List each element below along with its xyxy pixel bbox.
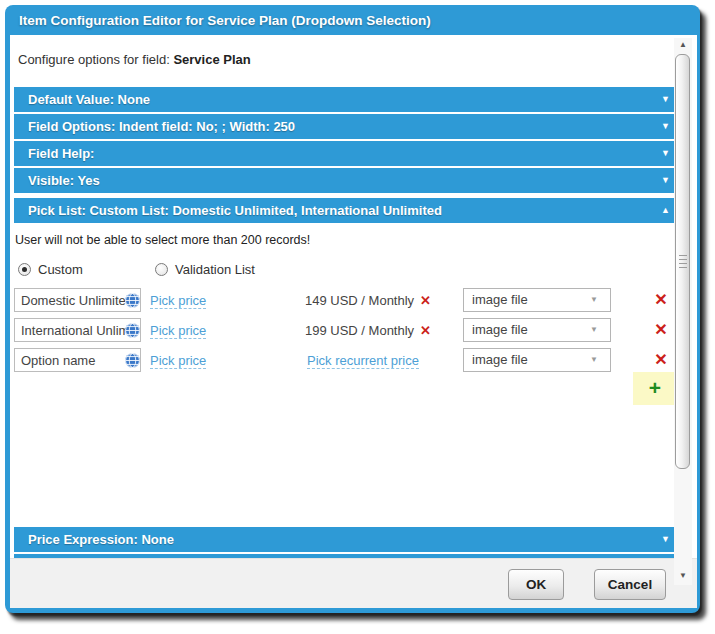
dropdown-arrow-icon: ▼ <box>590 319 598 341</box>
price-text: 149 USD / Monthly <box>305 293 414 308</box>
globe-icon[interactable] <box>124 322 141 339</box>
dropdown-arrow-icon: ▼ <box>590 289 598 311</box>
chevron-down-icon: ▼ <box>661 527 670 552</box>
option-row: Pick price 149 USD / Monthly✕ image file… <box>10 288 697 318</box>
section-field-help[interactable]: Field Help: ▼ <box>14 141 678 166</box>
dialog-footer: OK Cancel <box>10 558 697 608</box>
option-row: Pick price 199 USD / Monthly✕ image file… <box>10 318 697 348</box>
section-label: Pick List: Custom List: Domestic Unlimit… <box>28 203 442 218</box>
pick-price-link[interactable]: Pick price <box>150 353 206 369</box>
radio-validation-label: Validation List <box>175 262 255 277</box>
scroll-up-icon[interactable]: ▲ <box>674 38 692 52</box>
blank-space <box>10 405 697 509</box>
image-file-dropdown[interactable]: image file ▼ <box>463 348 611 372</box>
globe-icon[interactable] <box>124 292 141 309</box>
section-label: Price Expression: None <box>28 532 174 547</box>
record-limit-warning: User will not be able to select more tha… <box>15 233 697 249</box>
delete-row-icon[interactable]: ✕ <box>651 350 671 369</box>
radio-custom-label: Custom <box>38 262 83 277</box>
recurrent-price-value: 199 USD / Monthly✕ <box>305 323 431 338</box>
intro-label: Configure options for field: <box>18 52 170 67</box>
chevron-down-icon: ▼ <box>661 141 670 166</box>
dropdown-value: image file <box>472 292 528 307</box>
delete-row-icon[interactable]: ✕ <box>651 320 671 339</box>
pick-price-link[interactable]: Pick price <box>150 323 206 339</box>
section-pick-list[interactable]: Pick List: Custom List: Domestic Unlimit… <box>14 198 678 223</box>
add-option-button[interactable]: + <box>633 372 677 405</box>
section-default-value[interactable]: Default Value: None ▼ <box>14 87 678 112</box>
section-label: Field Options: Indent field: No; ; Width… <box>28 119 295 134</box>
option-name-input[interactable] <box>14 318 141 342</box>
price-text: 199 USD / Monthly <box>305 323 414 338</box>
add-option-row: + <box>10 372 697 405</box>
radio-custom[interactable]: Custom <box>18 262 83 277</box>
dialog-title: Item Configuration Editor for Service Pl… <box>5 5 700 35</box>
image-file-dropdown[interactable]: image file ▼ <box>463 288 611 312</box>
ok-button[interactable]: OK <box>508 569 564 600</box>
list-type-radio-group: Custom Validation List <box>10 262 697 279</box>
item-configuration-dialog: Item Configuration Editor for Service Pl… <box>5 5 700 613</box>
dropdown-value: image file <box>472 322 528 337</box>
radio-validation-list[interactable]: Validation List <box>155 262 255 277</box>
chevron-down-icon: ▼ <box>661 87 670 112</box>
recurrent-price-value: 149 USD / Monthly✕ <box>305 293 431 308</box>
section-label: Visible: Yes <box>28 173 100 188</box>
section-price-expression[interactable]: Price Expression: None ▼ <box>14 527 678 552</box>
scroll-down-icon[interactable]: ▼ <box>674 569 692 583</box>
vertical-scrollbar[interactable]: ▲ ▼ <box>674 38 692 585</box>
clear-price-icon[interactable]: ✕ <box>420 293 431 308</box>
section-visible[interactable]: Visible: Yes ▼ <box>14 168 678 193</box>
chevron-up-icon: ▲ <box>661 198 670 223</box>
dialog-body: Configure options for field: Service Pla… <box>10 35 697 558</box>
intro-line: Configure options for field: Service Pla… <box>18 52 697 69</box>
dropdown-value: image file <box>472 352 528 367</box>
globe-icon[interactable] <box>124 352 141 369</box>
clear-price-icon[interactable]: ✕ <box>420 323 431 338</box>
field-name: Service Plan <box>173 52 250 67</box>
dialog-content-panel: Configure options for field: Service Pla… <box>10 35 697 608</box>
scrollbar-thumb[interactable] <box>675 54 690 469</box>
section-field-options[interactable]: Field Options: Indent field: No; ; Width… <box>14 114 678 139</box>
radio-unselected-icon <box>155 263 168 276</box>
section-label: Field Help: <box>28 146 94 161</box>
radio-selected-icon <box>18 263 31 276</box>
delete-row-icon[interactable]: ✕ <box>651 290 671 309</box>
option-name-input[interactable] <box>14 348 141 372</box>
scrollbar-grip-icon <box>679 255 687 269</box>
chevron-down-icon: ▼ <box>661 168 670 193</box>
dropdown-arrow-icon: ▼ <box>590 349 598 371</box>
cancel-button[interactable]: Cancel <box>594 569 666 600</box>
chevron-down-icon: ▼ <box>661 114 670 139</box>
pick-recurrent-price-link[interactable]: Pick recurrent price <box>307 353 419 369</box>
option-name-input[interactable] <box>14 288 141 312</box>
section-label: Default Value: None <box>28 92 150 107</box>
image-file-dropdown[interactable]: image file ▼ <box>463 318 611 342</box>
pick-price-link[interactable]: Pick price <box>150 293 206 309</box>
